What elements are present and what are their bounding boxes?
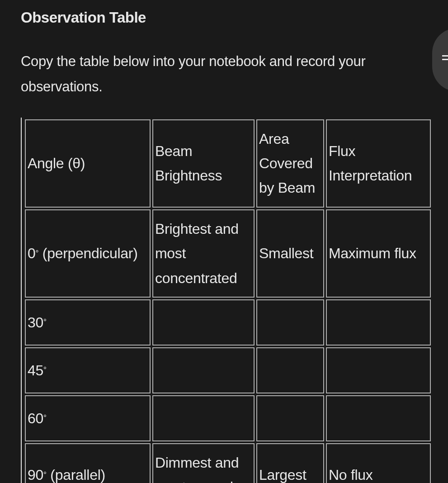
header-brightness: Beam Brightness	[152, 119, 255, 208]
cell-brightness: Brightest and most concentrated	[152, 209, 255, 298]
instruction-text: Copy the table below into your notebook …	[21, 49, 428, 99]
cell-area	[256, 395, 324, 441]
cell-flux: Maximum flux	[326, 209, 431, 298]
header-angle: Angle (θ)	[25, 119, 151, 208]
cell-area: Largest	[256, 443, 324, 483]
cell-brightness	[152, 347, 255, 393]
table-header-row: Angle (θ) Beam Brightness Area Covered b…	[25, 119, 431, 208]
menu-button[interactable]	[432, 28, 448, 91]
cell-area	[256, 347, 324, 393]
cell-brightness: Dimmest and most spread	[152, 443, 255, 483]
observation-table-container: Angle (θ) Beam Brightness Area Covered b…	[21, 118, 433, 483]
table-row: 90° (parallel)Dimmest and most spreadLar…	[25, 443, 431, 483]
cell-flux	[326, 395, 431, 441]
cell-angle: 60°	[25, 395, 151, 441]
observation-table: Angle (θ) Beam Brightness Area Covered b…	[23, 118, 433, 483]
cell-flux: No flux	[326, 443, 431, 483]
table-row: 0° (perpendicular)Brightest and most con…	[25, 209, 431, 298]
cell-angle: 30°	[25, 299, 151, 346]
cell-angle: 45°	[25, 347, 151, 393]
cell-area	[256, 299, 324, 346]
cell-flux	[326, 347, 431, 393]
cell-angle: 90° (parallel)	[25, 443, 151, 483]
cell-area: Smallest	[256, 209, 324, 298]
section-heading: Observation Table	[21, 9, 448, 26]
table-row: 30°	[25, 299, 431, 346]
table-row: 60°	[25, 395, 431, 441]
cell-angle: 0° (perpendicular)	[25, 209, 151, 298]
cell-brightness	[152, 395, 255, 441]
cell-brightness	[152, 299, 255, 346]
cell-flux	[326, 299, 431, 346]
header-area: Area Covered by Beam	[256, 119, 324, 208]
header-flux: Flux Interpretation	[326, 119, 431, 208]
table-row: 45°	[25, 347, 431, 393]
